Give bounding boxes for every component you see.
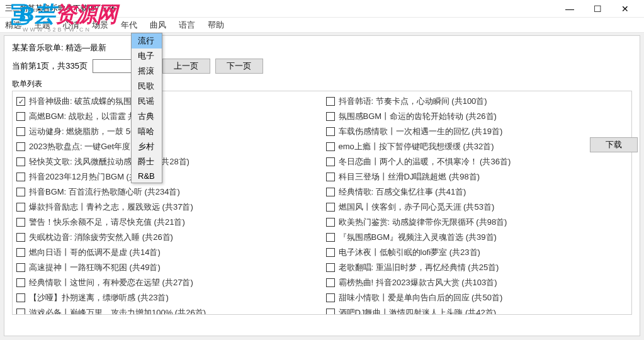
checkbox[interactable]	[326, 293, 335, 302]
checkbox[interactable]	[326, 127, 335, 136]
next-page-button[interactable]: 下一页	[215, 59, 263, 74]
list-item[interactable]: 冬日恋曲丨两个人的温暖，不惧寒冷！ (共36首)	[326, 154, 628, 169]
menu-item-0[interactable]: 精选	[3, 18, 24, 32]
list-item[interactable]: 燃向日语丨哥的低调不是虚 (共14首)	[16, 245, 319, 260]
checkbox[interactable]	[16, 248, 25, 257]
menu-item-7[interactable]: 帮助	[205, 18, 227, 32]
list-item[interactable]: 爆款抖音励志丨青衿之志，履践致远 (共37首)	[16, 200, 319, 215]
list-item[interactable]: 氛围感BGM丨命运的齿轮开始转动 (共26首)	[326, 109, 628, 124]
checkbox[interactable]	[16, 278, 25, 287]
prev-page-button[interactable]: 上一页	[162, 59, 210, 74]
maximize-button[interactable]: ☐	[584, 0, 611, 18]
dropdown-item[interactable]: 爵士	[132, 154, 162, 169]
list-item[interactable]: 轻快英文歌: 浅风微醺拉动感觉氛围 (共28首)	[16, 154, 319, 169]
list-item-text: 冬日恋曲丨两个人的温暖，不惧寒冷！ (共36首)	[339, 156, 511, 167]
list-item[interactable]: 甜味小情歌丨爱是单向告白后的回应 (共50首)	[326, 290, 628, 305]
checkbox[interactable]	[326, 97, 335, 106]
list-item-text: 抖音神级曲: 破茧成蝶的氛围 首)	[29, 96, 145, 107]
list-item[interactable]: 科目三登场丨丝滑DJ唱跳超燃 (共98首)	[326, 169, 628, 184]
dropdown-item[interactable]: 民歌	[132, 79, 162, 94]
close-button[interactable]: ✕	[611, 0, 639, 18]
dropdown-item[interactable]: 嘻哈	[132, 124, 162, 139]
list-item-text: 甜味小情歌丨爱是单向告白后的回应 (共50首)	[339, 292, 503, 303]
list-item[interactable]: emo上瘾丨按下暂停键吧我想缓缓 (共32首)	[326, 139, 628, 154]
list-item-text: 科目三登场丨丝滑DJ唱跳超燃 (共98首)	[339, 171, 480, 183]
list-item[interactable]: 高燃BGM: 战歌起，以雷霆 共21首)	[16, 109, 319, 124]
dropdown-item[interactable]: 乡村	[132, 139, 162, 154]
list-item[interactable]: 酒吧DJ舞曲丨激情四射迷人上头嗨 (共42首)	[326, 305, 628, 315]
checkbox[interactable]	[16, 203, 25, 212]
checkbox[interactable]	[326, 142, 335, 151]
checkbox[interactable]	[16, 112, 25, 121]
menu-item-1[interactable]: 主题	[31, 18, 53, 32]
list-item[interactable]: 欧美热门鉴赏: 动感旋律带你无限循环 (共98首)	[326, 215, 628, 230]
list-item[interactable]: 老歌翻唱: 重温旧时梦，再忆经典情 (共25首)	[326, 260, 628, 275]
menu-item-2[interactable]: 心情	[60, 18, 82, 32]
checkbox[interactable]	[16, 233, 25, 242]
minimize-button[interactable]: —	[556, 0, 584, 18]
list-item-text: 电子沐夜丨低帧引眠的lofi夢室 (共23首)	[339, 247, 480, 258]
dropdown-item[interactable]: 电子	[132, 48, 162, 64]
dropdown-item[interactable]: 流行	[132, 33, 162, 48]
checkbox[interactable]	[326, 188, 335, 196]
dropdown-item[interactable]: 摇滚	[132, 64, 162, 79]
list-item-text: 氛围感BGM丨命运的齿轮开始转动 (共26首)	[339, 111, 497, 122]
list-item[interactable]: 抖音2023年12月热门BGM (共33首)	[16, 169, 319, 184]
checkbox[interactable]	[16, 218, 25, 227]
checkbox[interactable]	[16, 309, 25, 315]
checkbox[interactable]	[326, 173, 335, 181]
list-item[interactable]: 失眠枕边音: 消除疲劳安然入睡 (共26首)	[16, 230, 319, 245]
checkbox[interactable]	[16, 142, 25, 151]
checkbox[interactable]	[16, 97, 25, 106]
checkbox[interactable]	[326, 233, 335, 242]
list-item[interactable]: 2023热歌盘点: 一键Get年度 56首)	[16, 139, 319, 154]
menu-item-3[interactable]: 场景	[89, 18, 111, 32]
checkbox[interactable]	[16, 263, 25, 272]
list-item-text: 经典情歌丨这世间，有种爱恋在远望 (共27首)	[29, 277, 193, 288]
menu-item-6[interactable]: 语言	[176, 18, 198, 32]
list-item-text: 霸榜热曲! 抖音2023爆款古风大赏 (共103首)	[339, 277, 497, 288]
list-item[interactable]: 车载伤感情歌丨一次相遇一生的回忆 (共19首)	[326, 124, 628, 139]
list-item[interactable]: 【沙哑】扑朔迷离，缥缈听感 (共23首)	[16, 290, 319, 305]
list-item[interactable]: 『氛围感BGM』视频注入灵魂首选 (共39首)	[326, 230, 628, 245]
list-item-text: 【沙哑】扑朔迷离，缥缈听感 (共23首)	[29, 292, 169, 303]
checkbox[interactable]	[326, 112, 335, 121]
pager: 当前第1页，共335页 页 上一页 下一页	[12, 59, 632, 74]
list-item-text: 经典情歌: 百感交集忆往事 (共41首)	[339, 186, 466, 198]
list-item[interactable]: 抖音神级曲: 破茧成蝶的氛围 首)	[16, 94, 319, 109]
download-button[interactable]: 下载	[590, 137, 638, 152]
checkbox[interactable]	[326, 218, 335, 227]
checkbox[interactable]	[16, 293, 25, 302]
menu-item-4[interactable]: 年代	[118, 18, 140, 32]
dropdown-item[interactable]: R&B	[132, 169, 162, 183]
checkbox[interactable]	[326, 278, 335, 287]
list-item[interactable]: 抖音韩语: 节奏卡点，心动瞬间 (共100首)	[326, 94, 628, 109]
pager-info: 当前第1页，共335页	[12, 60, 88, 72]
checkbox[interactable]	[326, 157, 335, 166]
checkbox[interactable]	[326, 203, 335, 212]
list-item[interactable]: 电子沐夜丨低帧引眠的lofi夢室 (共23首)	[326, 245, 628, 260]
list-item[interactable]: 警告！快乐余额不足，请尽快充值 (共21首)	[16, 215, 319, 230]
list-item[interactable]: 经典情歌丨这世间，有种爱恋在远望 (共27首)	[16, 275, 319, 290]
checkbox[interactable]	[16, 127, 25, 136]
dropdown-item[interactable]: 古典	[132, 109, 162, 124]
checkbox[interactable]	[16, 188, 25, 196]
style-dropdown: 流行电子摇滚民歌民谣古典嘻哈乡村爵士R&B	[131, 33, 162, 183]
list-item[interactable]: 运动健身: 燃烧脂肪，一鼓 56首)	[16, 124, 319, 139]
list-item[interactable]: 抖音BGM: 百首流行热歌随心听 (共234首)	[16, 184, 319, 200]
list-item[interactable]: 经典情歌: 百感交集忆往事 (共41首)	[326, 184, 628, 200]
dropdown-item[interactable]: 民谣	[132, 94, 162, 109]
list-item[interactable]: 霸榜热曲! 抖音2023爆款古风大赏 (共103首)	[326, 275, 628, 290]
checkbox[interactable]	[326, 263, 335, 272]
menu-item-5[interactable]: 曲风	[147, 18, 169, 32]
list-item[interactable]: 高速提神丨一路狂嗨不犯困 (共49首)	[16, 260, 319, 275]
list-item-text: 车载伤感情歌丨一次相遇一生的回忆 (共19首)	[339, 126, 503, 137]
checkbox[interactable]	[326, 248, 335, 257]
checkbox[interactable]	[16, 173, 25, 181]
checkbox[interactable]	[326, 309, 335, 315]
checkbox[interactable]	[16, 157, 25, 166]
list-item[interactable]: 游戏必备丨巅峰万里，攻击力增加100% (共26首)	[16, 305, 319, 315]
list-item-text: 抖音BGM: 百首流行热歌随心听 (共234首)	[29, 186, 180, 198]
list-item-text: 『氛围感BGM』视频注入灵魂首选 (共39首)	[339, 232, 497, 243]
list-item[interactable]: 燃国风丨侠客剑，赤子同心觅天涯 (共53首)	[326, 200, 628, 215]
